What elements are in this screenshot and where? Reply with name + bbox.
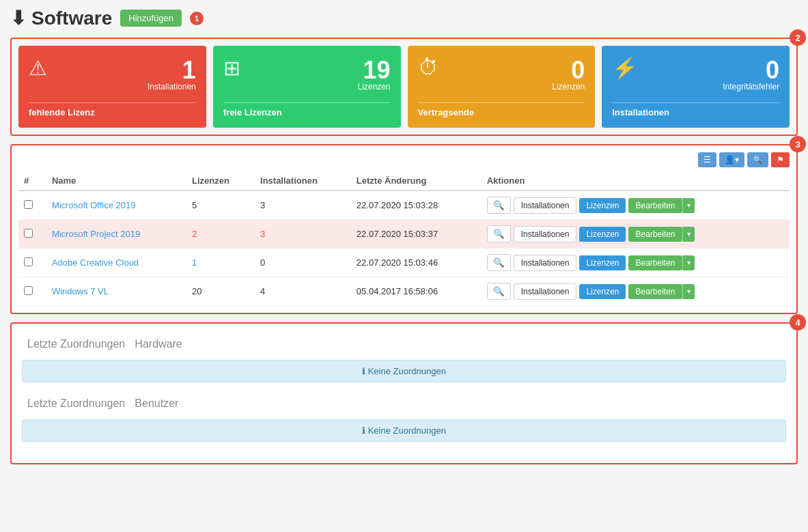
stat-card-integritaet[interactable]: ⚡ 0 Integritätsfehler Installationen — [602, 46, 790, 128]
checkbox-3[interactable] — [24, 257, 33, 266]
row-installationen: 3 — [255, 191, 351, 220]
name-link-1[interactable]: Microsoft Office 2019 — [52, 200, 136, 210]
row-checkbox[interactable] — [18, 191, 46, 220]
row-checkbox[interactable] — [18, 249, 46, 277]
annotation-badge-2: 2 — [790, 29, 806, 46]
row-lizenzen: 5 — [186, 191, 255, 220]
bearbeiten-btn-1[interactable]: Bearbeiten — [628, 198, 682, 213]
row-lizenzen: 20 — [186, 277, 255, 306]
search-btn-3[interactable]: 🔍 — [487, 254, 511, 271]
info-icon-hardware: ℹ — [362, 366, 365, 376]
stat-label-installations: Installationen — [148, 82, 196, 92]
stat-label-vertragsende: Lizenzen — [552, 82, 585, 92]
lizenzen-btn-3[interactable]: Lizenzen — [579, 255, 626, 270]
col-lizenzen: Lizenzen — [186, 171, 255, 191]
row-letzte-aenderung: 22.07.2020 15:03:46 — [351, 249, 482, 277]
row-name: Microsoft Office 2019 — [46, 191, 186, 220]
add-button[interactable]: Hinzufügen — [120, 10, 182, 27]
row-name: Windows 7 VL — [46, 277, 186, 306]
stat-footer-vertragsende: Vertragsende — [418, 102, 585, 117]
bearbeiten-dropdown-1[interactable]: ▾ — [682, 198, 695, 213]
software-table: # Name Lizenzen Installationen Letzte Än… — [18, 171, 790, 306]
toolbar-list-button[interactable]: ☰ — [698, 152, 716, 167]
stats-section: ⚠ 1 Installationen fehlende Lizenz ⊞ 19 … — [10, 38, 798, 136]
warning-icon: ⚠ — [29, 56, 47, 80]
installationen-btn-4[interactable]: Installationen — [514, 283, 577, 300]
stat-card-vertragsende[interactable]: ⏱ 0 Lizenzen Vertragsende — [408, 46, 596, 128]
bearbeiten-dropdown-2[interactable]: ▾ — [682, 227, 695, 242]
row-actions: 🔍 Installationen Lizenzen Bearbeiten ▾ — [482, 191, 790, 220]
name-link-2[interactable]: Microsoft Project 2019 — [52, 229, 140, 239]
stat-footer-integritaet: Installationen — [612, 102, 779, 117]
add-button-badge: 1 — [190, 12, 204, 25]
installationen-btn-1[interactable]: Installationen — [514, 197, 577, 214]
bearbeiten-dropdown-3[interactable]: ▾ — [682, 255, 695, 270]
checkbox-2[interactable] — [24, 229, 33, 238]
stats-grid: ⚠ 1 Installationen fehlende Lizenz ⊞ 19 … — [18, 46, 790, 128]
table-row: Microsoft Project 2019 2 3 22.07.2020 15… — [18, 220, 790, 249]
table-row: Windows 7 VL 20 4 05.04.2017 16:58:06 🔍 … — [18, 277, 790, 306]
installationen-btn-2[interactable]: Installationen — [514, 226, 577, 242]
row-installationen: 4 — [255, 277, 351, 306]
bearbeiten-btn-4[interactable]: Bearbeiten — [628, 284, 682, 299]
row-name: Adobe Creative Cloud — [46, 249, 186, 277]
col-name: Name — [46, 171, 186, 191]
toolbar-flag-button[interactable]: ⚑ — [771, 152, 790, 167]
lizenzen-btn-2[interactable]: Lizenzen — [579, 227, 626, 242]
stat-label-integritaet: Integritätsfehler — [723, 82, 779, 92]
bearbeiten-btn-3[interactable]: Bearbeiten — [628, 255, 682, 270]
bearbeiten-btn-2[interactable]: Bearbeiten — [628, 227, 682, 242]
toolbar-user-button[interactable]: 👤▾ — [719, 152, 744, 167]
hardware-section-title: Letzte Zuordnungen Hardware — [22, 334, 786, 352]
col-checkbox: # — [18, 171, 46, 191]
table-section: ☰ 👤▾ 🔍 ⚑ # Name Lizenzen Installationen … — [10, 144, 798, 314]
row-installationen: 3 — [255, 220, 351, 249]
stat-number-free-licenses: 19 — [357, 56, 390, 85]
page-header: ⬇ Software Hinzufügen 1 — [10, 7, 798, 29]
stat-number-vertragsende: 0 — [552, 56, 585, 85]
row-installationen: 0 — [255, 249, 351, 277]
grid-icon: ⊞ — [223, 56, 240, 80]
hardware-empty-bar: ℹ Keine Zuordnungen — [22, 360, 786, 382]
checkbox-4[interactable] — [24, 286, 33, 295]
bearbeiten-dropdown-4[interactable]: ▾ — [682, 284, 695, 299]
benutzer-empty-bar: ℹ Keine Zuordnungen — [22, 419, 786, 442]
row-name: Microsoft Project 2019 — [46, 220, 186, 249]
zuordnungen-section: Letzte Zuordnungen Hardware ℹ Keine Zuor… — [10, 322, 798, 464]
row-actions: 🔍 Installationen Lizenzen Bearbeiten ▾ — [482, 220, 790, 249]
name-link-3[interactable]: Adobe Creative Cloud — [52, 257, 139, 268]
lizenzen-btn-4[interactable]: Lizenzen — [579, 284, 626, 299]
row-lizenzen: 1 — [186, 249, 255, 277]
download-icon: ⬇ — [10, 7, 26, 29]
stat-number-installations: 1 — [148, 56, 196, 85]
col-installationen: Installationen — [255, 171, 351, 191]
stat-card-free-licenses[interactable]: ⊞ 19 Lizenzen freie Lizenzen — [213, 46, 401, 128]
search-btn-4[interactable]: 🔍 — [487, 283, 511, 300]
lightning-icon: ⚡ — [612, 56, 637, 80]
stat-number-integritaet: 0 — [723, 56, 779, 85]
stat-label-free-licenses: Lizenzen — [357, 82, 390, 92]
row-checkbox[interactable] — [18, 220, 46, 249]
search-btn-1[interactable]: 🔍 — [487, 197, 511, 214]
info-icon-benutzer: ℹ — [362, 425, 365, 436]
row-actions: 🔍 Installationen Lizenzen Bearbeiten ▾ — [482, 277, 790, 306]
lizenzen-btn-1[interactable]: Lizenzen — [579, 198, 626, 213]
benutzer-section-title: Letzte Zuordnungen Benutzer — [22, 393, 786, 411]
table-row: Microsoft Office 2019 5 3 22.07.2020 15:… — [18, 191, 790, 220]
checkbox-1[interactable] — [24, 200, 33, 209]
installationen-btn-3[interactable]: Installationen — [514, 255, 577, 271]
row-checkbox[interactable] — [18, 277, 46, 306]
stat-card-installations[interactable]: ⚠ 1 Installationen fehlende Lizenz — [18, 46, 206, 128]
search-btn-2[interactable]: 🔍 — [487, 225, 511, 242]
name-link-4[interactable]: Windows 7 VL — [52, 286, 109, 296]
page-title: ⬇ Software — [10, 7, 112, 29]
col-aktionen: Aktionen — [482, 171, 790, 191]
col-letzte-aenderung: Letzte Änderung — [351, 171, 482, 191]
clock-icon: ⏱ — [418, 56, 438, 79]
annotation-badge-3: 3 — [790, 136, 806, 152]
table-row: Adobe Creative Cloud 1 0 22.07.2020 15:0… — [18, 249, 790, 277]
toolbar-search-button[interactable]: 🔍 — [747, 152, 768, 167]
row-letzte-aenderung: 22.07.2020 15:03:37 — [351, 220, 482, 249]
row-letzte-aenderung: 05.04.2017 16:58:06 — [351, 277, 482, 306]
stat-footer-installations: fehlende Lizenz — [29, 102, 196, 117]
